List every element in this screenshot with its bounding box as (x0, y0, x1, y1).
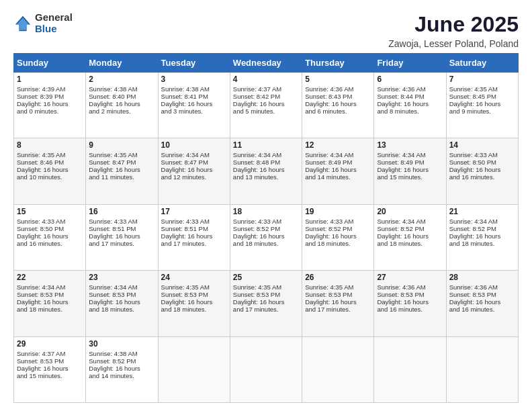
day-info-line: Daylight: 16 hours (377, 298, 443, 306)
calendar-cell: 26Sunrise: 4:35 AMSunset: 8:53 PMDayligh… (302, 271, 374, 336)
day-number: 1 (17, 75, 83, 84)
day-info-line: Sunset: 8:53 PM (161, 291, 227, 298)
day-number: 16 (89, 207, 154, 216)
day-info-line: and 11 minutes. (89, 173, 154, 181)
calendar-cell (374, 336, 446, 402)
day-info-line: Sunrise: 4:36 AM (377, 283, 443, 291)
day-info-line: Sunset: 8:51 PM (161, 225, 227, 232)
day-info-line: Sunrise: 4:35 AM (17, 151, 83, 158)
calendar-cell: 21Sunrise: 4:34 AMSunset: 8:52 PMDayligh… (446, 204, 518, 270)
day-info-line: Sunset: 8:51 PM (89, 225, 154, 232)
day-number: 4 (233, 75, 299, 84)
day-number: 22 (17, 273, 83, 282)
day-info-line: Sunrise: 4:38 AM (89, 350, 154, 357)
day-info-line: Sunrise: 4:35 AM (305, 283, 371, 291)
logo: General Blue (13, 12, 73, 34)
logo-icon (13, 14, 32, 33)
calendar-cell: 25Sunrise: 4:35 AMSunset: 8:53 PMDayligh… (230, 271, 302, 336)
calendar-cell: 20Sunrise: 4:34 AMSunset: 8:52 PMDayligh… (374, 204, 446, 270)
day-info-line: Sunrise: 4:36 AM (305, 85, 371, 93)
calendar-day-header: Saturday (446, 54, 518, 73)
day-info-line: and 0 minutes. (17, 107, 83, 115)
day-info-line: Sunset: 8:53 PM (377, 291, 443, 298)
day-info-line: Sunset: 8:48 PM (233, 158, 299, 166)
header: General Blue June 2025 Zawoja, Lesser Po… (13, 12, 519, 49)
day-info-line: Sunset: 8:53 PM (17, 291, 83, 298)
day-info-line: Sunset: 8:53 PM (89, 291, 154, 298)
day-number: 28 (449, 273, 515, 282)
day-info-line: Sunset: 8:52 PM (377, 225, 443, 232)
day-info-line: and 16 minutes. (377, 306, 443, 313)
day-info-line: Daylight: 16 hours (89, 298, 154, 306)
day-number: 14 (449, 140, 515, 150)
day-number: 6 (377, 75, 443, 84)
day-info-line: Daylight: 16 hours (449, 166, 515, 173)
day-info-line: Sunrise: 4:33 AM (233, 218, 299, 225)
day-number: 12 (305, 140, 371, 150)
day-info-line: Daylight: 16 hours (17, 365, 83, 372)
day-info-line: Daylight: 16 hours (449, 232, 515, 240)
calendar-cell: 17Sunrise: 4:33 AMSunset: 8:51 PMDayligh… (158, 204, 230, 270)
day-info-line: Daylight: 16 hours (449, 298, 515, 306)
day-number: 15 (17, 207, 83, 216)
calendar-cell: 28Sunrise: 4:36 AMSunset: 8:53 PMDayligh… (446, 271, 518, 336)
day-number: 7 (449, 75, 515, 84)
day-info-line: and 17 minutes. (161, 240, 227, 247)
day-info-line: and 12 minutes. (161, 173, 227, 181)
page: General Blue June 2025 Zawoja, Lesser Po… (0, 0, 532, 411)
day-info-line: and 17 minutes. (89, 240, 154, 247)
calendar-cell: 14Sunrise: 4:33 AMSunset: 8:50 PMDayligh… (446, 138, 518, 204)
day-info-line: Daylight: 16 hours (17, 100, 83, 107)
calendar-week-row: 22Sunrise: 4:34 AMSunset: 8:53 PMDayligh… (14, 271, 519, 336)
day-info-line: and 16 minutes. (17, 240, 83, 247)
calendar-cell: 18Sunrise: 4:33 AMSunset: 8:52 PMDayligh… (230, 204, 302, 270)
day-number: 11 (233, 140, 299, 150)
day-info-line: Sunrise: 4:34 AM (161, 151, 227, 158)
day-info-line: Sunrise: 4:34 AM (305, 151, 371, 158)
day-info-line: Sunset: 8:53 PM (233, 291, 299, 298)
day-info-line: Sunrise: 4:34 AM (449, 218, 515, 225)
day-number: 5 (305, 75, 371, 84)
day-info-line: Sunrise: 4:35 AM (161, 283, 227, 291)
calendar-week-row: 1Sunrise: 4:39 AMSunset: 8:39 PMDaylight… (14, 73, 519, 138)
day-info-line: Sunrise: 4:34 AM (89, 283, 154, 291)
calendar-cell: 29Sunrise: 4:37 AMSunset: 8:53 PMDayligh… (14, 336, 86, 402)
day-info-line: Daylight: 16 hours (233, 166, 299, 173)
day-info-line: Sunset: 8:53 PM (305, 291, 371, 298)
day-info-line: Daylight: 16 hours (17, 166, 83, 173)
day-info-line: Daylight: 16 hours (233, 232, 299, 240)
day-info-line: and 15 minutes. (17, 372, 83, 379)
day-info-line: and 6 minutes. (305, 107, 371, 115)
day-info-line: Sunrise: 4:34 AM (17, 283, 83, 291)
day-info-line: Sunset: 8:39 PM (17, 93, 83, 100)
calendar-header-row: SundayMondayTuesdayWednesdayThursdayFrid… (14, 54, 519, 73)
calendar-cell: 15Sunrise: 4:33 AMSunset: 8:50 PMDayligh… (14, 204, 86, 270)
calendar-cell: 30Sunrise: 4:38 AMSunset: 8:52 PMDayligh… (86, 336, 158, 402)
day-info-line: Sunrise: 4:35 AM (449, 85, 515, 93)
day-info-line: Sunrise: 4:33 AM (89, 218, 154, 225)
day-info-line: Daylight: 16 hours (305, 232, 371, 240)
day-info-line: Sunrise: 4:34 AM (377, 218, 443, 225)
day-info-line: Daylight: 16 hours (233, 298, 299, 306)
day-info-line: Sunset: 8:43 PM (305, 93, 371, 100)
day-info-line: Daylight: 16 hours (17, 232, 83, 240)
day-number: 29 (17, 339, 83, 349)
logo-text: General Blue (35, 12, 73, 34)
day-number: 20 (377, 207, 443, 216)
subtitle: Zawoja, Lesser Poland, Poland (388, 38, 519, 49)
calendar-cell: 9Sunrise: 4:35 AMSunset: 8:47 PMDaylight… (86, 138, 158, 204)
day-info-line: Daylight: 16 hours (17, 298, 83, 306)
day-info-line: Sunset: 8:47 PM (161, 158, 227, 166)
day-number: 26 (305, 273, 371, 282)
day-info-line: Daylight: 16 hours (377, 166, 443, 173)
day-number: 13 (377, 140, 443, 150)
calendar-day-header: Wednesday (230, 54, 302, 73)
day-number: 8 (17, 140, 83, 150)
calendar-cell: 10Sunrise: 4:34 AMSunset: 8:47 PMDayligh… (158, 138, 230, 204)
day-number: 30 (89, 339, 154, 349)
day-info-line: Sunset: 8:49 PM (305, 158, 371, 166)
day-info-line: and 16 minutes. (449, 306, 515, 313)
calendar-cell: 5Sunrise: 4:36 AMSunset: 8:43 PMDaylight… (302, 73, 374, 138)
day-info-line: Daylight: 16 hours (233, 100, 299, 107)
day-info-line: Sunrise: 4:38 AM (161, 85, 227, 93)
